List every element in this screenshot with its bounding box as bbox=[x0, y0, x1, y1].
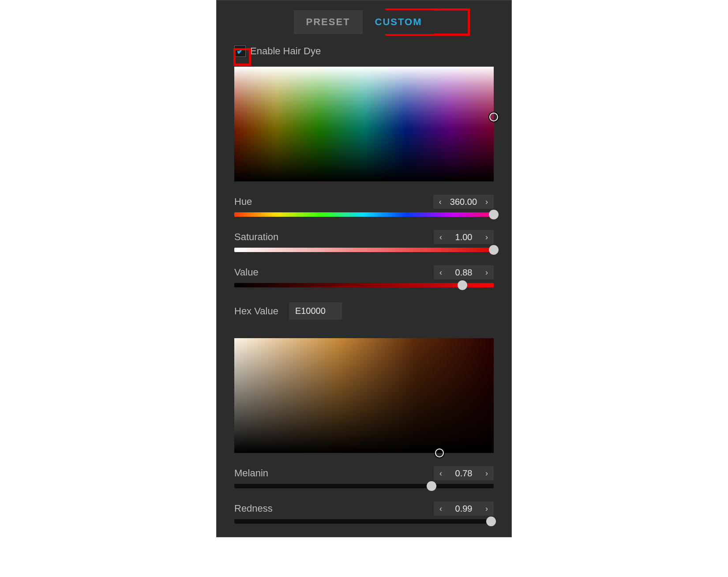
hex-label: Hex Value bbox=[234, 305, 278, 317]
saturation-label: Saturation bbox=[234, 231, 278, 243]
redness-thumb[interactable] bbox=[486, 517, 496, 526]
hair-dye-panel: PRESET CUSTOM ✔ Enable Hair Dye Hue ‹ 36… bbox=[216, 0, 512, 537]
chevron-left-icon: ‹ bbox=[439, 197, 442, 207]
melanin-label: Melanin bbox=[234, 468, 268, 479]
enable-hair-dye-checkbox[interactable]: ✔ bbox=[234, 45, 246, 57]
hue-label: Hue bbox=[234, 196, 252, 207]
enable-hair-dye-row: ✔ Enable Hair Dye bbox=[234, 45, 494, 57]
saturation-decrement[interactable]: ‹ bbox=[434, 230, 448, 244]
hue-decrement[interactable]: ‹ bbox=[433, 195, 447, 209]
chevron-right-icon: › bbox=[485, 504, 488, 513]
chevron-right-icon: › bbox=[485, 469, 488, 478]
check-icon: ✔ bbox=[236, 46, 244, 57]
saturation-increment[interactable]: › bbox=[480, 230, 494, 244]
saturation-stepper: ‹ 1.00 › bbox=[434, 230, 494, 244]
value-decrement[interactable]: ‹ bbox=[434, 265, 448, 279]
redness-stepper: ‹ 0.99 › bbox=[434, 502, 494, 516]
chevron-right-icon: › bbox=[485, 233, 488, 242]
value-value[interactable]: 0.88 bbox=[448, 266, 480, 279]
hue-thumb[interactable] bbox=[489, 210, 499, 219]
enable-hair-dye-label: Enable Hair Dye bbox=[250, 45, 321, 57]
value-thumb[interactable] bbox=[458, 280, 467, 290]
value-label: Value bbox=[234, 267, 259, 278]
hue-increment[interactable]: › bbox=[480, 195, 494, 209]
chevron-right-icon: › bbox=[485, 197, 488, 207]
value-increment[interactable]: › bbox=[480, 265, 494, 279]
chevron-left-icon: ‹ bbox=[439, 268, 442, 277]
chevron-right-icon: › bbox=[485, 268, 488, 277]
tab-custom[interactable]: CUSTOM bbox=[363, 10, 435, 34]
melanin-increment[interactable]: › bbox=[480, 466, 494, 480]
redness-slider-block: Redness ‹ 0.99 › bbox=[234, 502, 494, 524]
redness-decrement[interactable]: ‹ bbox=[434, 502, 448, 516]
redness-label: Redness bbox=[234, 503, 273, 514]
hex-input[interactable] bbox=[289, 302, 342, 320]
saturation-track[interactable] bbox=[234, 248, 494, 252]
chevron-left-icon: ‹ bbox=[439, 504, 442, 513]
chevron-left-icon: ‹ bbox=[439, 469, 442, 478]
tab-bar: PRESET CUSTOM bbox=[217, 0, 511, 42]
skin-field-cursor[interactable] bbox=[435, 449, 444, 457]
saturation-slider-block: Saturation ‹ 1.00 › bbox=[234, 230, 494, 252]
redness-value[interactable]: 0.99 bbox=[448, 502, 480, 516]
value-slider-block: Value ‹ 0.88 › bbox=[234, 265, 494, 287]
melanin-value[interactable]: 0.78 bbox=[448, 467, 480, 480]
melanin-stepper: ‹ 0.78 › bbox=[434, 466, 494, 480]
saturation-thumb[interactable] bbox=[489, 245, 499, 255]
hue-slider-block: Hue ‹ 360.00 › bbox=[234, 195, 494, 217]
hex-row: Hex Value bbox=[234, 302, 494, 320]
hue-value[interactable]: 360.00 bbox=[447, 195, 480, 209]
tab-preset[interactable]: PRESET bbox=[294, 10, 363, 34]
melanin-thumb[interactable] bbox=[427, 481, 436, 491]
color-field-cursor[interactable] bbox=[489, 113, 498, 121]
melanin-slider-block: Melanin ‹ 0.78 › bbox=[234, 466, 494, 488]
hue-track[interactable] bbox=[234, 212, 494, 217]
hue-stepper: ‹ 360.00 › bbox=[433, 195, 494, 209]
melanin-decrement[interactable]: ‹ bbox=[434, 466, 448, 480]
saturation-value[interactable]: 1.00 bbox=[448, 230, 480, 244]
value-stepper: ‹ 0.88 › bbox=[434, 265, 494, 279]
chevron-left-icon: ‹ bbox=[439, 233, 442, 242]
redness-increment[interactable]: › bbox=[480, 502, 494, 516]
redness-track[interactable] bbox=[234, 519, 494, 524]
skin-color-field[interactable] bbox=[234, 338, 494, 453]
value-track[interactable] bbox=[234, 283, 494, 287]
hue-sat-color-field[interactable] bbox=[234, 67, 494, 181]
melanin-track[interactable] bbox=[234, 484, 494, 488]
